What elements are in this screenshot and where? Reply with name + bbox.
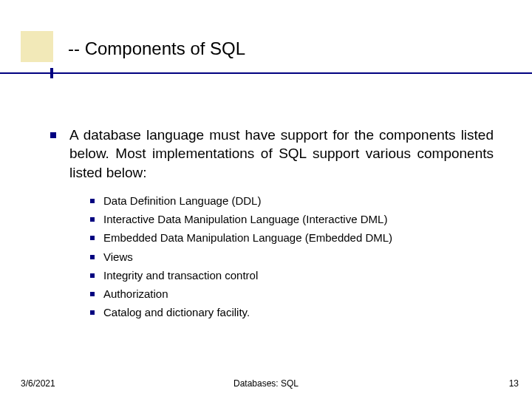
square-bullet-icon — [90, 310, 95, 315]
square-bullet-icon — [90, 217, 95, 222]
square-bullet-icon — [90, 199, 95, 203]
title-accent-block — [21, 31, 53, 62]
slide-footer: 3/6/2021 Databases: SQL 13 — [0, 378, 532, 389]
square-bullet-icon — [90, 236, 95, 240]
bullet-level2: Catalog and dictionary facility. — [90, 305, 494, 320]
title-area: -- Components of SQL — [68, 38, 482, 59]
bullet-level2: Authorization — [90, 287, 494, 301]
bullet-level2: Data Definition Language (DDL) — [90, 194, 494, 208]
bullet-level1-text: A database language must have support fo… — [69, 126, 494, 182]
footer-center: Databases: SQL — [0, 378, 532, 389]
square-bullet-icon — [90, 255, 95, 259]
title-underline — [0, 72, 532, 74]
square-bullet-icon — [90, 273, 95, 278]
square-bullet-icon — [50, 132, 56, 138]
bullet-level2: Views — [90, 250, 494, 265]
bullet-level2-text: Embedded Data Manipulation Language (Emb… — [103, 231, 392, 245]
bullet-level2-text: Integrity and transaction control — [103, 268, 258, 283]
bullet-level2: Embedded Data Manipulation Language (Emb… — [90, 231, 494, 245]
bullet-level2: Interactive Data Manipulation Language (… — [90, 212, 494, 227]
bullet-level2-text: Data Definition Language (DDL) — [103, 194, 261, 208]
body-content: A database language must have support fo… — [50, 126, 494, 324]
bullet-level2-text: Catalog and dictionary facility. — [103, 305, 250, 320]
slide: -- Components of SQL A database language… — [0, 0, 532, 399]
title-underline-tick — [50, 68, 53, 78]
bullet-level2-text: Interactive Data Manipulation Language (… — [103, 212, 387, 227]
bullet-level2: Integrity and transaction control — [90, 268, 494, 283]
square-bullet-icon — [90, 292, 95, 296]
slide-title: -- Components of SQL — [68, 38, 482, 59]
bullet-level1: A database language must have support fo… — [50, 126, 494, 182]
sub-bullet-list: Data Definition Language (DDL) Interacti… — [90, 194, 494, 321]
bullet-level2-text: Views — [103, 250, 133, 265]
bullet-level2-text: Authorization — [103, 287, 168, 301]
